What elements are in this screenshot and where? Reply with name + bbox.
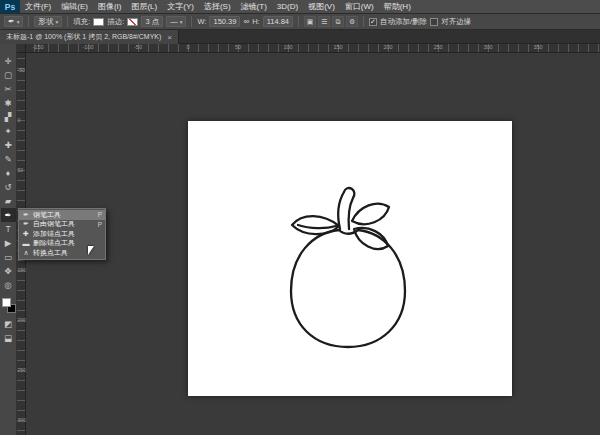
brush-tool[interactable]: ✎ bbox=[1, 152, 16, 166]
stroke-style-select[interactable]: — ▾ bbox=[166, 16, 186, 27]
horizontal-ruler[interactable]: -150-100-50050100150200250300350 bbox=[26, 44, 600, 53]
eraser-tool[interactable]: ▰ bbox=[1, 194, 16, 208]
check-icon: ✓ bbox=[370, 18, 376, 25]
ruler-label: 0 bbox=[186, 44, 189, 50]
menu-item-8[interactable]: 视图(V) bbox=[303, 1, 340, 12]
tomato-line-art bbox=[188, 121, 512, 396]
path-operations-icon[interactable]: ▣ bbox=[304, 16, 316, 27]
quick-selection-tool[interactable]: ✱ bbox=[1, 96, 16, 110]
stroke-width-value: 3 点 bbox=[145, 17, 159, 27]
color-swatches bbox=[1, 298, 16, 314]
path-selection-tool[interactable]: ▶ bbox=[1, 236, 16, 250]
flyout-item-2[interactable]: ✚添加锚点工具 bbox=[19, 229, 105, 239]
ruler-label: -50 bbox=[18, 67, 25, 73]
photoshop-window: Ps 文件(F)编辑(E)图像(I)图层(L)文字(Y)选择(S)滤镜(T)3D… bbox=[0, 0, 600, 435]
pen-tool[interactable]: ✒ bbox=[1, 208, 16, 222]
menu-item-4[interactable]: 文字(Y) bbox=[162, 1, 199, 12]
ruler-label: 300 bbox=[18, 417, 26, 423]
flyout-item-0[interactable]: ✒钢笔工具P bbox=[19, 210, 105, 220]
menu-item-9[interactable]: 窗口(W) bbox=[340, 1, 379, 12]
hand-tool[interactable]: ✥ bbox=[1, 264, 16, 278]
ruler-label: 200 bbox=[383, 44, 392, 50]
tool-icon: ✚ bbox=[22, 230, 30, 238]
link-dimensions-icon[interactable]: ∞ bbox=[243, 17, 249, 26]
quick-mask-button[interactable]: ◩ bbox=[1, 317, 16, 331]
ruler-label: 200 bbox=[18, 317, 26, 323]
main-menu: 文件(F)编辑(E)图像(I)图层(L)文字(Y)选择(S)滤镜(T)3D(D)… bbox=[20, 0, 416, 13]
tool-icon: ∧ bbox=[22, 249, 30, 257]
menu-item-1[interactable]: 编辑(E) bbox=[56, 1, 93, 12]
separator bbox=[298, 16, 299, 27]
tool-mode-select[interactable]: 形状 ▾ bbox=[34, 16, 62, 27]
options-bar: ✒ ▾ 形状 ▾ 填充: 描边: 3 点 — ▾ W: 150.39 ∞ H: … bbox=[0, 14, 600, 30]
path-arrangement-icon[interactable]: ⧉ bbox=[332, 16, 344, 27]
history-brush-tool[interactable]: ↺ bbox=[1, 180, 16, 194]
ruler-label: -50 bbox=[134, 44, 142, 50]
menu-bar: Ps 文件(F)编辑(E)图像(I)图层(L)文字(Y)选择(S)滤镜(T)3D… bbox=[0, 0, 600, 14]
tool-icon: ✒ bbox=[22, 220, 30, 228]
tools-panel: ✛▢✂✱▞✦✚✎♦↺▰✒T▶▭✥◎ ◩⬓ bbox=[0, 44, 17, 435]
fill-color-swatch[interactable] bbox=[93, 18, 104, 26]
tool-settings-gear-icon[interactable]: ⚙ bbox=[346, 16, 358, 27]
ruler-label: 150 bbox=[18, 267, 26, 273]
width-input[interactable]: 150.39 bbox=[209, 16, 240, 27]
crop-tool[interactable]: ▞ bbox=[1, 110, 16, 124]
flyout-item-shortcut: P bbox=[98, 211, 102, 218]
healing-brush-tool[interactable]: ✚ bbox=[1, 138, 16, 152]
line-style-icon: — bbox=[170, 17, 178, 26]
document-tab[interactable]: 未标题-1 @ 100% (形状 1 拷贝 2, RGB/8#/CMYK) × bbox=[0, 30, 179, 44]
marquee-tool[interactable]: ▢ bbox=[1, 68, 16, 82]
menu-item-5[interactable]: 选择(S) bbox=[199, 1, 236, 12]
eyedropper-tool[interactable]: ✦ bbox=[1, 124, 16, 138]
screen-mode-button[interactable]: ⬓ bbox=[1, 331, 16, 345]
ruler-label: 100 bbox=[283, 44, 292, 50]
path-alignment-icon[interactable]: ☰ bbox=[318, 16, 330, 27]
auto-add-delete-checkbox[interactable]: ✓ bbox=[369, 18, 377, 26]
menu-item-7[interactable]: 3D(D) bbox=[272, 2, 303, 11]
ruler-label: 150 bbox=[333, 44, 342, 50]
clone-stamp-tool[interactable]: ♦ bbox=[1, 166, 16, 180]
width-value: 150.39 bbox=[213, 17, 236, 26]
zoom-tool[interactable]: ◎ bbox=[1, 278, 16, 292]
stroke-label: 描边: bbox=[107, 17, 124, 27]
ruler-corner bbox=[17, 44, 26, 53]
chevron-down-icon: ▾ bbox=[17, 19, 20, 25]
flyout-item-label: 钢笔工具 bbox=[33, 210, 95, 220]
flyout-item-label: 自由钢笔工具 bbox=[33, 219, 95, 229]
menu-item-6[interactable]: 滤镜(T) bbox=[236, 1, 272, 12]
document-title: 未标题-1 @ 100% (形状 1 拷贝 2, RGB/8#/CMYK) bbox=[6, 32, 161, 42]
menu-item-3[interactable]: 图层(L) bbox=[126, 1, 162, 12]
toolbar-extras: ◩⬓ bbox=[1, 317, 16, 345]
separator bbox=[191, 16, 192, 27]
foreground-color-swatch[interactable] bbox=[2, 298, 11, 307]
align-edges-checkbox[interactable] bbox=[430, 18, 438, 26]
ruler-label: 50 bbox=[235, 44, 241, 50]
ruler-label: 250 bbox=[433, 44, 442, 50]
chevron-down-icon: ▾ bbox=[55, 19, 58, 25]
height-input[interactable]: 114.84 bbox=[263, 16, 293, 27]
shape-tool[interactable]: ▭ bbox=[1, 250, 16, 264]
menu-item-0[interactable]: 文件(F) bbox=[20, 1, 56, 12]
document-artboard[interactable] bbox=[188, 121, 512, 396]
canvas-area[interactable] bbox=[26, 53, 600, 435]
close-tab-icon[interactable]: × bbox=[167, 33, 172, 42]
menu-item-10[interactable]: 帮助(H) bbox=[379, 1, 416, 12]
separator bbox=[67, 16, 68, 27]
ruler-label: 0 bbox=[18, 117, 21, 123]
tool-icon: ✒ bbox=[22, 211, 30, 219]
type-tool[interactable]: T bbox=[1, 222, 16, 236]
move-tool[interactable]: ✛ bbox=[1, 54, 16, 68]
stroke-width-input[interactable]: 3 点 bbox=[141, 16, 163, 27]
tool-list: ✛▢✂✱▞✦✚✎♦↺▰✒T▶▭✥◎ bbox=[1, 54, 16, 292]
tool-icon: ▬ bbox=[22, 240, 30, 247]
ruler-label: 350 bbox=[533, 44, 542, 50]
menu-item-2[interactable]: 图像(I) bbox=[93, 1, 127, 12]
tool-mode-value: 形状 bbox=[38, 17, 53, 27]
height-label: H: bbox=[252, 17, 260, 26]
flyout-item-1[interactable]: ✒自由钢笔工具P bbox=[19, 220, 105, 230]
height-value: 114.84 bbox=[267, 17, 289, 26]
tool-preset-picker[interactable]: ✒ ▾ bbox=[4, 16, 23, 27]
mouse-cursor-icon bbox=[88, 246, 94, 255]
stroke-color-swatch[interactable] bbox=[127, 18, 138, 26]
lasso-tool[interactable]: ✂ bbox=[1, 82, 16, 96]
